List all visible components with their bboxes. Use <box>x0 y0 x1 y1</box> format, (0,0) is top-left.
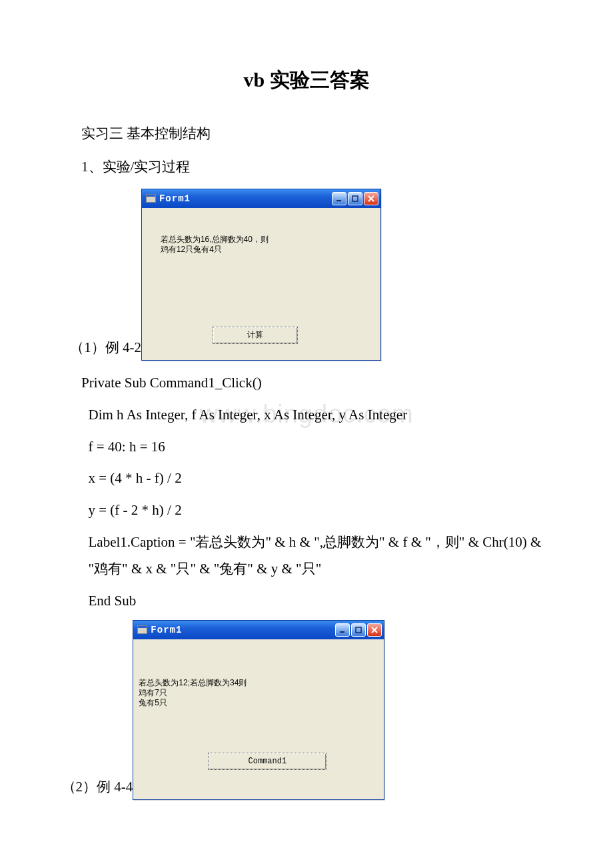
form2-client-area: 若总头数为12;若总脚数为34则 鸡有7只 兔有5只 Command1 <box>133 639 384 799</box>
code-line: y = (f - 2 * h) / 2 <box>53 497 560 524</box>
code-line: x = (4 * h - f) / 2 <box>53 465 560 492</box>
minimize-button[interactable] <box>332 192 346 205</box>
example2-label: （2）例 4-4 <box>53 777 133 800</box>
vb-form2-window: Form1 若总头数为12;若总脚数为34则 鸡有7只 兔有5只 <box>133 620 384 800</box>
code-line: End Sub <box>53 588 560 615</box>
form1-button-text: 计算 <box>247 329 263 341</box>
code-line: Label1.Caption = "若总头数为" & h & ",总脚数为" &… <box>53 529 560 583</box>
form-icon <box>137 625 147 634</box>
form2-title-left: Form1 <box>137 625 182 635</box>
form1-compute-button[interactable]: 计算 <box>213 327 298 344</box>
close-button[interactable] <box>364 192 378 205</box>
svg-rect-3 <box>356 627 361 633</box>
close-button[interactable] <box>367 623 382 637</box>
doc-title: vb 实验三答案 <box>53 67 560 94</box>
form1-output-label: 若总头数为16,总脚数为40，则 鸡有12只兔有4只 <box>161 235 269 255</box>
form2-window-controls <box>335 623 382 637</box>
form1-titlebar: Form1 <box>142 189 380 208</box>
code-line: Dim h As Integer, f As Integer, x As Int… <box>53 402 560 429</box>
form2-titlebar: Form1 <box>133 621 384 639</box>
form1-window-controls <box>332 192 378 205</box>
form2-command-button[interactable]: Command1 <box>208 753 326 770</box>
form-icon <box>146 194 156 203</box>
form2-button-text: Command1 <box>249 757 287 766</box>
form1-title-left: Form1 <box>146 193 191 204</box>
minimize-button[interactable] <box>335 623 350 637</box>
document-page: vb 实验三答案 实习三 基本控制结构 1、实验/实习过程 （1）例 4-2 F… <box>0 0 613 849</box>
code-line: f = 40: h = 16 <box>53 434 560 461</box>
vb-form1-window: Form1 若总头数为16,总脚数为40，则 鸡有12只兔有4只 <box>141 189 381 361</box>
heading-practice: 实习三 基本控制结构 <box>53 121 560 147</box>
maximize-button[interactable] <box>348 192 362 205</box>
example1-row: （1）例 4-2 Form1 <box>53 189 560 361</box>
svg-rect-2 <box>340 631 344 633</box>
example2-row: （2）例 4-4 Form1 <box>53 620 560 800</box>
form2-title: Form1 <box>151 625 182 635</box>
form1-client-area: 若总头数为16,总脚数为40，则 鸡有12只兔有4只 计算 <box>142 208 380 360</box>
maximize-button[interactable] <box>351 623 366 637</box>
code-line: Private Sub Command1_Click() <box>53 370 560 397</box>
form2-output-label: 若总头数为12;若总脚数为34则 鸡有7只 兔有5只 <box>139 678 247 708</box>
svg-rect-1 <box>352 196 358 201</box>
form1-title: Form1 <box>159 193 191 204</box>
svg-rect-0 <box>336 200 341 201</box>
heading-process: 1、实验/实习过程 <box>53 154 560 181</box>
example1-label: （1）例 4-2 <box>53 338 141 361</box>
